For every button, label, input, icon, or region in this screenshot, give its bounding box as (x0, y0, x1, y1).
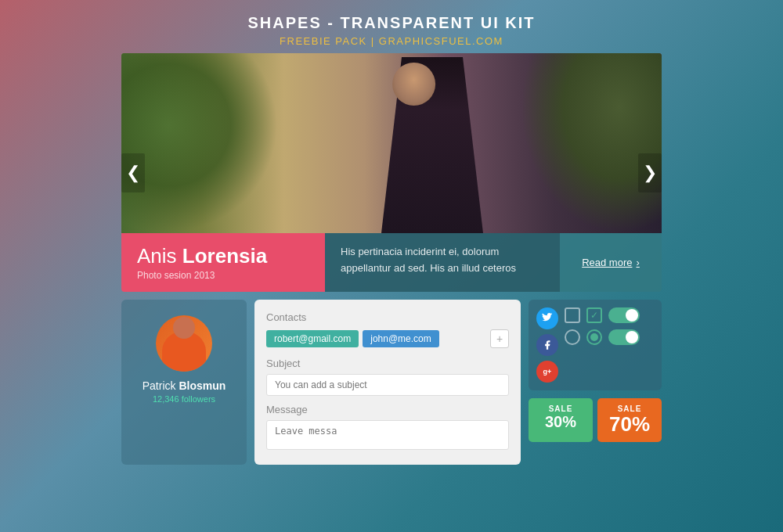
sale-badges: SALE 30% SALE 70% (529, 398, 662, 442)
message-label: Message (266, 404, 509, 415)
checkbox-unchecked[interactable] (565, 307, 580, 323)
page-header: SHAPES - TRANSPARENT UI KIT FREEBIE PACK… (0, 0, 783, 53)
page-title: SHAPES - TRANSPARENT UI KIT (0, 14, 783, 32)
message-textarea[interactable] (266, 420, 509, 450)
contact-form: Contacts robert@gmail.com john@me.com + … (254, 300, 521, 465)
page-subtitle: FREEBIE PACK | GRAPHICSFUEL.COM (0, 35, 783, 47)
contacts-section-title: Contacts (266, 311, 509, 323)
profile-followers: 12,346 followers (153, 394, 215, 404)
facebook-icon[interactable] (536, 334, 558, 356)
sale-badge-70: SALE 70% (597, 398, 662, 442)
slider: ❮ ❯ Anis Lorensia Photo sesion 2013 His … (121, 53, 662, 292)
slider-prev-button[interactable]: ❮ (121, 153, 145, 192)
slider-next-button[interactable]: ❯ (638, 153, 662, 192)
sale-percent-2: 70% (605, 413, 654, 436)
bottom-section: Patrick Blosmun 12,346 followers Contact… (121, 300, 662, 465)
sale-label-1: SALE (536, 404, 585, 413)
avatar (156, 315, 212, 372)
contact-tag-2[interactable]: john@me.com (363, 330, 439, 347)
contacts-row: robert@gmail.com john@me.com + (266, 329, 509, 348)
radio-unchecked[interactable] (565, 329, 580, 345)
controls-grid: ✓ (565, 307, 654, 383)
toggle-knob (626, 309, 638, 322)
caption-person-name: Anis Lorensia (137, 244, 309, 268)
radio-dot (590, 333, 598, 341)
avatar-body (162, 331, 206, 372)
toggle-on-2[interactable] (608, 329, 640, 345)
add-contact-button[interactable]: + (490, 329, 509, 348)
twitter-icon[interactable] (536, 307, 558, 329)
caption-name-block: Anis Lorensia Photo sesion 2013 (121, 233, 325, 292)
chevron-right-icon: › (636, 257, 639, 268)
radio-checked[interactable] (586, 329, 602, 345)
caption-readmore-block: Read more › (560, 233, 662, 292)
slider-image (121, 53, 662, 233)
controls-row-1: ✓ (565, 307, 654, 323)
read-more-link[interactable]: Read more › (582, 257, 640, 268)
right-panel: g+ ✓ (529, 300, 662, 465)
caption-photo-session: Photo sesion 2013 (137, 270, 309, 281)
subject-label: Subject (266, 358, 509, 369)
caption-description: His pertinacia inciderint ei, dolorum ap… (325, 233, 560, 292)
google-plus-icon[interactable]: g+ (536, 361, 558, 383)
sale-badge-30: SALE 30% (529, 398, 593, 442)
controls-row-2 (565, 329, 654, 345)
profile-card: Patrick Blosmun 12,346 followers (121, 300, 247, 465)
slider-caption: Anis Lorensia Photo sesion 2013 His pert… (121, 233, 662, 292)
toggle-knob-2 (626, 331, 638, 343)
social-icons: g+ (536, 307, 558, 383)
profile-name: Patrick Blosmun (143, 379, 226, 392)
subject-input[interactable] (266, 374, 509, 396)
sale-percent-1: 30% (536, 413, 585, 430)
checkbox-checked[interactable]: ✓ (586, 307, 602, 323)
social-controls: g+ ✓ (529, 300, 662, 390)
contact-tag-1[interactable]: robert@gmail.com (266, 330, 359, 347)
toggle-on-1[interactable] (608, 307, 640, 323)
